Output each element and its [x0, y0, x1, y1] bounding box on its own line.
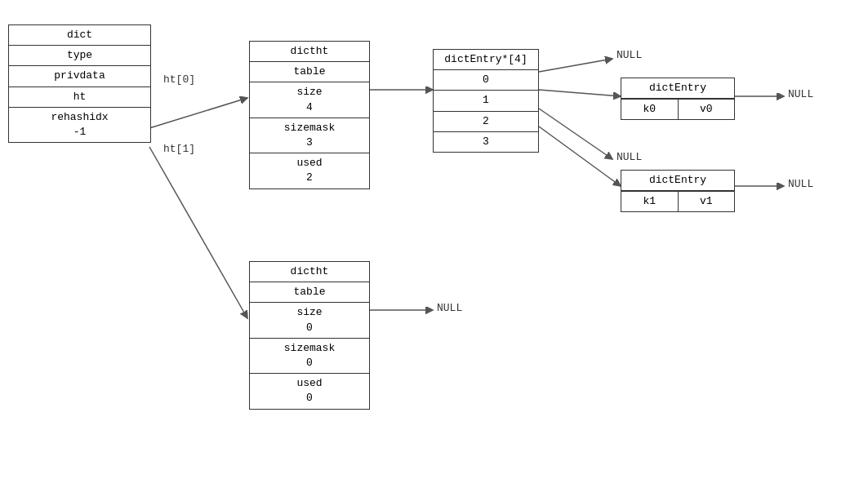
entry1-k1: k1 [621, 192, 679, 211]
null-array-2: NULL [617, 151, 642, 163]
dict-box: dict type privdata ht rehashidx-1 [8, 24, 151, 143]
dict-row-rehashidx: rehashidx-1 [9, 108, 150, 142]
svg-line-6 [539, 109, 612, 159]
dictht0-sizemask: sizemask3 [250, 118, 369, 153]
dictht0-title: dictht [250, 42, 369, 62]
dictht1-table: table [250, 282, 369, 303]
svg-line-5 [539, 90, 621, 96]
array-row-0: 0 [434, 70, 538, 91]
dictht1-used: used0 [250, 374, 369, 408]
dict-title: dict [9, 25, 150, 46]
array-row-3: 3 [434, 132, 538, 152]
svg-line-2 [149, 147, 247, 318]
svg-line-4 [539, 59, 612, 72]
null-entry0: NULL [788, 88, 813, 100]
array-box: dictEntry*[4] 0 1 2 3 [433, 49, 539, 153]
entry1-box: dictEntry k1 v1 [621, 170, 735, 212]
dictht0-used: used2 [250, 153, 369, 188]
null-table-ht1: NULL [437, 302, 462, 314]
null-array-0: NULL [617, 49, 642, 61]
dict-row-privdata: privdata [9, 66, 150, 86]
entry0-k0: k0 [621, 100, 679, 119]
dict-row-type: type [9, 46, 150, 66]
dictht1-title: dictht [250, 262, 369, 282]
entry0-title: dictEntry [621, 78, 734, 99]
dict-row-ht: ht [9, 87, 150, 108]
entry0-v0: v0 [679, 100, 735, 119]
ht1-label: ht[1] [163, 143, 195, 155]
entry1-v1: v1 [679, 192, 735, 211]
dictht1-box: dictht table size0 sizemask0 used0 [249, 261, 370, 410]
dictht0-box: dictht table size4 sizemask3 used2 [249, 41, 370, 189]
svg-line-1 [149, 98, 247, 128]
null-entry1: NULL [788, 178, 813, 190]
svg-line-7 [539, 126, 621, 186]
array-row-2: 2 [434, 112, 538, 132]
array-title: dictEntry*[4] [434, 50, 538, 70]
dictht1-sizemask: sizemask0 [250, 339, 369, 374]
dictht0-table: table [250, 62, 369, 82]
dictht0-size: size4 [250, 82, 369, 118]
array-row-1: 1 [434, 91, 538, 111]
dictht1-size: size0 [250, 303, 369, 338]
ht0-label: ht[0] [163, 73, 195, 86]
entry1-title: dictEntry [621, 171, 734, 191]
entry0-box: dictEntry k0 v0 [621, 78, 735, 120]
